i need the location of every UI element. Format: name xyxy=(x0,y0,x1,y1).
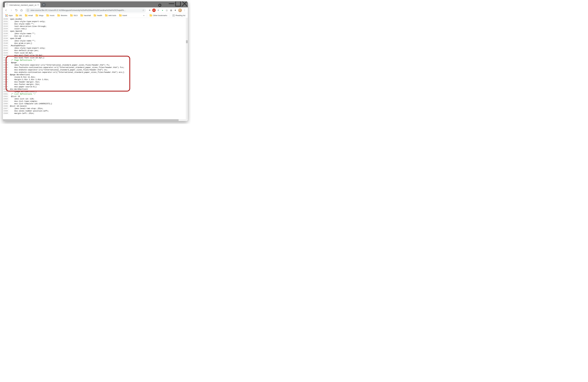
line-code: mso-spl-e:yes;} xyxy=(9,35,31,37)
line-code: margin:1.0in 1.0in 1.0in 1.0in; xyxy=(9,78,49,81)
extension-ext-gear-icon[interactable]: ✳ xyxy=(148,9,151,12)
line-number: 1551 xyxy=(3,69,9,71)
chrome-menu-button[interactable]: ⋮ xyxy=(182,8,187,13)
new-tab-button[interactable]: + xyxy=(42,3,46,7)
line-number: 1535 xyxy=(3,30,9,32)
folder-icon xyxy=(105,15,107,17)
address-bar[interactable]: i view-source:file:///C:/Users/R.E.%20Be… xyxy=(25,8,146,12)
close-window-button[interactable] xyxy=(181,1,188,6)
bookmarks-overflow[interactable]: » xyxy=(142,14,146,17)
line-number: 1560 xyxy=(3,90,9,93)
bookmark-folder-SILS[interactable]: SILS xyxy=(69,14,79,17)
line-code: /* Page Definitions */ xyxy=(9,59,35,61)
line-code: mso-endnote-continuation-separator:url("… xyxy=(9,71,124,74)
line-number: 1558 xyxy=(3,86,9,88)
line-number: 1561 xyxy=(3,93,9,95)
source-line: 1550 mso-footnote-continuation-separator… xyxy=(3,66,186,69)
home-button[interactable] xyxy=(19,8,24,13)
minimize-button[interactable] xyxy=(168,1,175,6)
folder-icon xyxy=(80,15,83,17)
source-line: 1535span.SpellE xyxy=(3,30,186,32)
line-code: span.msoDel xyxy=(9,18,22,20)
tab-close-icon[interactable]: ✕ xyxy=(37,4,39,6)
line-number: 1544 xyxy=(3,52,9,54)
line-code: @page WordSection1 xyxy=(9,74,30,76)
apps-shortcut[interactable]: Apps xyxy=(4,14,14,17)
source-line: 1546 mso-bidi-font-size:10.0pt;} xyxy=(3,57,186,59)
extension-ext-box2-icon[interactable]: ▤ xyxy=(169,9,173,12)
reading-list-icon xyxy=(172,15,175,17)
source-view[interactable]: 1530span.msoDel1531 {mso-style-type:expo… xyxy=(3,18,186,119)
vertical-scroll-thumb[interactable] xyxy=(186,40,188,43)
source-line: 1541.MsoChpDefault xyxy=(3,44,186,47)
line-number: 1564 xyxy=(3,100,9,102)
line-code: {mso-level-tab-stop:.25in; xyxy=(9,107,43,110)
source-line: 1557 mso-footer-margin:.5in; xyxy=(3,83,186,86)
folder-icon xyxy=(57,15,60,17)
vertical-scrollbar[interactable] xyxy=(186,18,188,119)
tab-favicon-globe-icon xyxy=(6,4,8,6)
line-number: 1566 xyxy=(3,105,9,107)
back-button[interactable] xyxy=(4,8,9,13)
maximize-button[interactable] xyxy=(175,1,181,6)
line-code: {mso-list-id:-120; xyxy=(9,98,34,100)
bookmark-folder-health[interactable]: health xyxy=(92,14,103,17)
line-code: mso-endnote-separator:url("International… xyxy=(9,69,108,71)
bookmark-folder-email[interactable]: email xyxy=(24,14,34,17)
source-line: 1569 margin-left:.25in; xyxy=(3,112,186,115)
line-code: mso-paper-source:0;} xyxy=(9,86,37,88)
bookmark-folder-blogs[interactable]: blogs xyxy=(34,14,44,17)
extension-ext-box1-icon[interactable]: ◻ xyxy=(165,9,168,12)
separator xyxy=(147,14,147,17)
line-number: 1548 xyxy=(3,61,9,64)
line-number: 1563 xyxy=(3,98,9,100)
profile-avatar[interactable] xyxy=(178,8,182,12)
extension-evernote-icon[interactable]: ● xyxy=(161,9,164,12)
source-line: 1549 {mso-footnote-separator:url("Intern… xyxy=(3,64,186,66)
line-number: 1547 xyxy=(3,59,9,61)
line-number: 1532 xyxy=(3,23,9,25)
source-line: 1556 mso-header-margin:.5in; xyxy=(3,81,186,83)
bookmark-folder-haushalt[interactable]: haushalt xyxy=(79,14,92,17)
bookmark-folder-161[interactable]: 161 xyxy=(15,14,23,17)
line-number: 1531 xyxy=(3,20,9,23)
horizontal-scroll-thumb[interactable] xyxy=(3,119,179,121)
media-control-icon[interactable] xyxy=(158,4,161,7)
reload-button[interactable] xyxy=(14,8,19,13)
bookmark-label: SILS xyxy=(74,14,78,17)
bookmark-folder-music[interactable]: music xyxy=(45,14,56,17)
line-code: mso-list-type:simple; xyxy=(9,100,38,102)
bookmark-label: health xyxy=(97,14,102,17)
line-code: {mso-style-name:""; xyxy=(9,32,35,35)
forward-button[interactable] xyxy=(9,8,14,13)
source-line: 1548 @page xyxy=(3,61,186,64)
extension-dropbox-icon[interactable]: ⬇ xyxy=(157,9,160,12)
bookmark-star-icon[interactable]: ☆ xyxy=(142,9,144,12)
line-code: mso-gram-e:yes;} xyxy=(9,42,32,44)
line-code: @list l0 xyxy=(9,95,20,98)
bookmark-label: 161 xyxy=(19,14,22,17)
source-line: 1542 {mso-style-type:export-only; xyxy=(3,47,186,49)
reading-list[interactable]: Reading list xyxy=(171,14,187,17)
extension-adblock-icon[interactable]: ABP xyxy=(152,9,156,12)
source-line: 1534 color:red;} xyxy=(3,28,186,30)
bookmark-folder-web-tools[interactable]: web tools xyxy=(104,14,117,17)
other-bookmarks[interactable]: Other bookmarks xyxy=(148,14,168,17)
line-code: @list l0:level1 xyxy=(9,105,27,107)
line-number: 1550 xyxy=(3,66,9,69)
bookmark-folder-libraries[interactable]: libraries xyxy=(56,14,68,17)
extension-puzzle-icon[interactable]: ✦ xyxy=(174,9,177,12)
bookmark-folder-travel[interactable]: travel xyxy=(118,14,128,17)
site-info-icon[interactable]: i xyxy=(27,9,29,11)
line-number: 1556 xyxy=(3,81,9,83)
bookmarks-bar: Apps 161emailblogsmusiclibrariesSILShaus… xyxy=(3,13,188,18)
source-line: 1566@list l0:level1 xyxy=(3,105,186,107)
horizontal-scrollbar[interactable] xyxy=(3,119,186,121)
source-line: 1568 mso-level-number-position:left; xyxy=(3,110,186,112)
source-line: 1558 mso-paper-source:0;} xyxy=(3,86,186,88)
browser-tab[interactable]: International_standard_paper_siz ✕ xyxy=(5,2,41,7)
bookmark-label: libraries xyxy=(61,14,67,17)
line-code: font-size:10.0pt; xyxy=(9,52,33,54)
line-number: 1546 xyxy=(3,57,9,59)
line-number: 1559 xyxy=(3,88,9,90)
